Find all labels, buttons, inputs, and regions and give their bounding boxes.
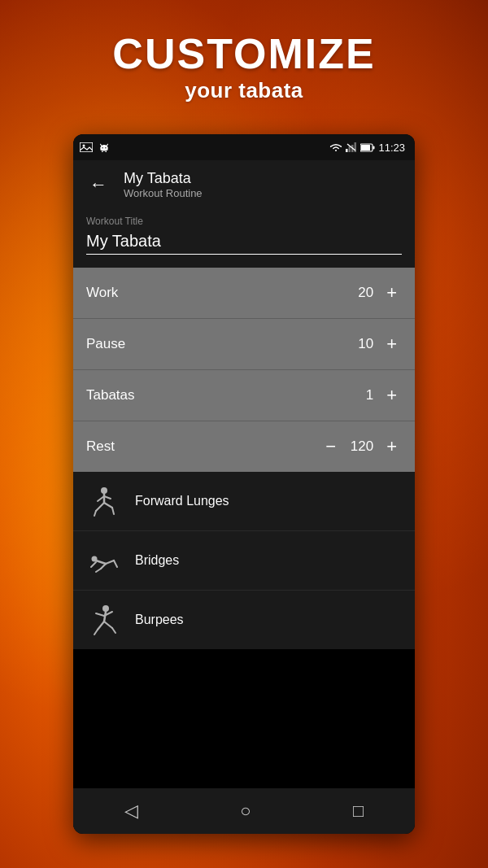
header-subtitle: your tabata bbox=[185, 78, 303, 103]
header-title: CUSTOMIZE bbox=[112, 31, 375, 77]
work-value: 20 bbox=[349, 285, 373, 301]
exercise-name-burpees: Burpees bbox=[135, 613, 184, 627]
app-bar: ← My Tabata Workout Routine bbox=[73, 160, 415, 209]
image-icon bbox=[80, 142, 93, 152]
nav-bar: ◁ ○ □ bbox=[73, 788, 415, 834]
app-bar-titles: My Tabata Workout Routine bbox=[124, 170, 203, 199]
svg-line-40 bbox=[112, 628, 115, 633]
setting-row-tabatas: Tabatas 1 + bbox=[73, 370, 415, 421]
svg-rect-17 bbox=[361, 145, 370, 150]
svg-line-31 bbox=[106, 560, 114, 564]
svg-line-22 bbox=[96, 503, 104, 511]
nav-home-button[interactable]: ○ bbox=[220, 794, 270, 828]
rest-value: 120 bbox=[349, 438, 373, 455]
workout-title-label: Workout Title bbox=[86, 216, 402, 227]
pause-value: 10 bbox=[349, 336, 373, 352]
lunges-icon bbox=[86, 483, 122, 519]
rest-plus-button[interactable]: + bbox=[381, 436, 402, 457]
svg-point-6 bbox=[102, 147, 103, 149]
back-button[interactable]: ← bbox=[86, 171, 111, 198]
app-bar-subtitle: Workout Routine bbox=[124, 187, 203, 199]
app-bar-title: My Tabata bbox=[124, 170, 203, 187]
svg-line-28 bbox=[91, 562, 96, 567]
svg-line-27 bbox=[96, 560, 106, 564]
wifi-icon bbox=[329, 142, 342, 152]
svg-rect-11 bbox=[349, 146, 351, 152]
setting-row-pause: Pause 10 + bbox=[73, 319, 415, 370]
phone-container: 11:23 ← My Tabata Workout Routine Workou… bbox=[73, 134, 415, 834]
svg-point-7 bbox=[105, 147, 107, 149]
exercise-item-burpees[interactable]: Burpees bbox=[73, 591, 415, 649]
workout-title-input[interactable] bbox=[86, 232, 402, 255]
svg-line-8 bbox=[101, 144, 102, 146]
svg-line-24 bbox=[104, 503, 112, 508]
rest-minus-button[interactable]: − bbox=[320, 436, 341, 457]
exercise-section: Forward Lunges Bridges bbox=[73, 472, 415, 649]
pause-label: Pause bbox=[86, 336, 125, 352]
work-controls: 20 + bbox=[349, 282, 402, 303]
setting-row-rest: Rest − 120 + bbox=[73, 421, 415, 472]
status-bar: 11:23 bbox=[73, 134, 415, 160]
rest-controls: − 120 + bbox=[320, 436, 402, 457]
exercise-name-bridges: Bridges bbox=[135, 553, 179, 568]
bridges-icon bbox=[86, 543, 122, 578]
work-plus-button[interactable]: + bbox=[381, 282, 402, 303]
svg-point-1 bbox=[83, 145, 85, 147]
svg-line-34 bbox=[104, 612, 106, 622]
work-label: Work bbox=[86, 285, 118, 301]
setting-row-work: Work 20 + bbox=[73, 268, 415, 319]
nav-back-button[interactable]: ◁ bbox=[105, 794, 158, 828]
settings-section: Work 20 + Pause 10 + Tabatas 1 + Rest − bbox=[73, 268, 415, 472]
android-icon bbox=[98, 142, 111, 152]
rest-label: Rest bbox=[86, 438, 115, 455]
svg-line-38 bbox=[94, 630, 98, 635]
svg-rect-3 bbox=[101, 147, 108, 150]
exercise-item-bridges[interactable]: Bridges bbox=[73, 531, 415, 591]
tabatas-label: Tabatas bbox=[86, 387, 135, 403]
svg-line-37 bbox=[98, 622, 104, 630]
svg-line-32 bbox=[114, 560, 117, 567]
exercise-item-lunges[interactable]: Forward Lunges bbox=[73, 472, 415, 531]
svg-rect-10 bbox=[346, 149, 348, 152]
tabatas-plus-button[interactable]: + bbox=[381, 385, 402, 406]
status-bar-left bbox=[80, 142, 111, 152]
status-time: 11:23 bbox=[378, 142, 405, 154]
svg-line-25 bbox=[112, 508, 114, 514]
svg-line-30 bbox=[96, 569, 101, 572]
battery-icon bbox=[360, 143, 375, 152]
status-bar-right: 11:23 bbox=[329, 142, 405, 154]
svg-rect-16 bbox=[373, 146, 375, 149]
nav-recent-button[interactable]: □ bbox=[333, 794, 383, 828]
signal-icon bbox=[346, 142, 357, 152]
pause-plus-button[interactable]: + bbox=[381, 334, 402, 355]
tabatas-value: 1 bbox=[349, 387, 373, 403]
exercise-name-lunges: Forward Lunges bbox=[135, 494, 229, 508]
burpees-icon bbox=[86, 602, 122, 638]
header-area: CUSTOMIZE your tabata bbox=[0, 0, 488, 134]
svg-line-35 bbox=[96, 613, 104, 616]
svg-rect-0 bbox=[80, 142, 93, 152]
workout-title-section: Workout Title bbox=[73, 209, 415, 268]
pause-controls: 10 + bbox=[349, 334, 402, 355]
svg-line-29 bbox=[101, 564, 106, 569]
svg-line-9 bbox=[107, 144, 108, 146]
svg-line-39 bbox=[104, 622, 112, 628]
tabatas-controls: 1 + bbox=[349, 385, 402, 406]
svg-line-23 bbox=[94, 511, 96, 516]
